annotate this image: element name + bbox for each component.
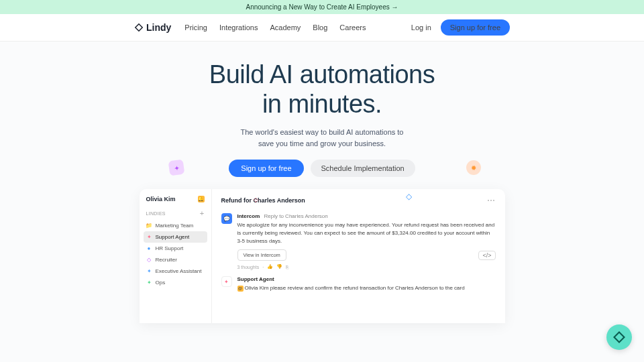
main-panel: Refund for Charles Anderson ⋯ 💬 Intercom… <box>212 189 505 323</box>
sidebar-item-label: Support Agent <box>156 234 190 240</box>
sidebar-item-icon: ✦ <box>146 234 152 240</box>
sidebar-item-label: Recruiter <box>156 257 177 263</box>
lindy-fab-icon <box>612 330 626 344</box>
hero: Build AI automations in minutes. The wor… <box>0 42 644 189</box>
sidebar-item-icon: ◇ <box>146 257 152 263</box>
sidebar-section-header: LINDIES + <box>144 209 207 220</box>
nav-careers[interactable]: Careers <box>339 23 366 32</box>
signup-button[interactable]: Sign up for free <box>441 19 510 36</box>
sidebar-item-label: Marketing Team <box>156 223 194 229</box>
sidebar-item[interactable]: ●HR Support <box>144 243 207 254</box>
announcement-banner[interactable]: Announcing a New Way to Create AI Employ… <box>0 0 644 14</box>
sidebar-item-icon: ✦ <box>146 268 152 274</box>
lindy-logo-icon <box>134 23 144 32</box>
msg-from: Support Agent <box>237 276 274 282</box>
nav-pricing[interactable]: Pricing <box>184 23 207 32</box>
intercom-icon: 💬 <box>221 213 232 224</box>
sidebar-item-icon: ✦ <box>146 280 152 286</box>
user-badge-icon: 🔔 <box>198 196 205 202</box>
nav-blog[interactable]: Blog <box>313 23 327 32</box>
thread-title: Refund for Charles Anderson <box>221 197 305 204</box>
sidebar: Olivia Kim 🔔 LINDIES + 📁Marketing Team✦S… <box>140 189 212 323</box>
copy-icon[interactable]: ⎘ <box>286 265 288 269</box>
sidebar-item-label: Executive Assistant <box>156 268 202 274</box>
thumbs-up-icon[interactable]: 👍 <box>267 264 273 269</box>
msg-body-text: @Olivia Kim please review and confirm th… <box>237 284 496 292</box>
message-agent: ✦ Support Agent @Olivia Kim please revie… <box>221 276 496 292</box>
hero-signup-button[interactable]: Sign up for free <box>229 160 303 177</box>
nav-links: Pricing Integrations Academy Blog Career… <box>184 23 366 32</box>
chat-fab[interactable] <box>606 324 632 350</box>
sidebar-item[interactable]: ◇Recruiter <box>144 254 207 265</box>
top-nav: Lindy Pricing Integrations Academy Blog … <box>0 14 644 42</box>
msg-from: Intercom <box>237 213 260 219</box>
msg-body-text: We apologize for any inconvenience you m… <box>237 221 496 245</box>
brand-name: Lindy <box>146 22 171 33</box>
sidebar-item-label: HR Support <box>156 245 184 251</box>
add-lindy-button[interactable]: + <box>200 209 205 217</box>
message-intercom: 💬 Intercom Reply to Charles Anderson We … <box>221 213 496 269</box>
hero-title: Build AI automations in minutes. <box>0 60 644 119</box>
code-badge-icon[interactable]: </> <box>478 251 495 260</box>
more-menu-button[interactable]: ⋯ <box>487 196 496 205</box>
thumbs-down-icon[interactable]: 👎 <box>276 264 282 269</box>
sidebar-item-icon: 📁 <box>146 223 152 229</box>
nav-integrations[interactable]: Integrations <box>219 23 258 32</box>
logo[interactable]: Lindy <box>134 22 171 33</box>
nav-academy[interactable]: Academy <box>270 23 301 32</box>
sidebar-item[interactable]: ✦Executive Assistant <box>144 265 207 277</box>
banner-link[interactable]: Announcing a New Way to Create AI Employ… <box>246 3 398 11</box>
hero-subtitle: The world's easiest way to build AI auto… <box>0 127 644 149</box>
sidebar-user[interactable]: Olivia Kim 🔔 <box>144 196 207 202</box>
msg-subject: Reply to Charles Anderson <box>264 213 328 219</box>
mention-badge-icon: @ <box>237 286 244 292</box>
msg-meta: 3 thoughts · 👍 👎 ⎘ <box>237 264 496 269</box>
sidebar-item[interactable]: ✦Support Agent <box>144 231 207 243</box>
sidebar-item-icon: ● <box>146 245 152 251</box>
sidebar-item-label: Ops <box>156 280 166 286</box>
login-link[interactable]: Log in <box>411 23 431 32</box>
sidebar-item[interactable]: ✦Ops <box>144 277 207 288</box>
agent-icon: ✦ <box>221 276 232 287</box>
app-preview: Olivia Kim 🔔 LINDIES + 📁Marketing Team✦S… <box>140 189 505 323</box>
sidebar-item[interactable]: 📁Marketing Team <box>144 220 207 231</box>
view-in-intercom-button[interactable]: View in Intercom <box>237 249 286 261</box>
schedule-button[interactable]: Schedule Implementation <box>311 160 415 177</box>
